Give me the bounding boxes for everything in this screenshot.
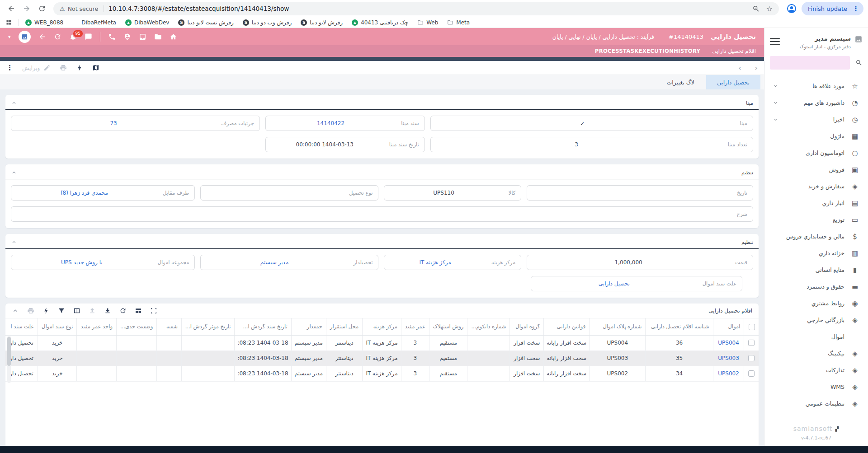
form-field[interactable]: قیمت1,000,000 (527, 255, 753, 270)
inbox-icon[interactable] (139, 33, 146, 41)
sidebar-item[interactable]: ◈تیکتینگ (768, 345, 864, 362)
column-header[interactable]: مرکز هزینه (363, 318, 401, 335)
caret-down-icon[interactable]: ▾ (8, 34, 11, 40)
browser-back-icon[interactable] (5, 2, 18, 15)
field-value[interactable]: UPS با روش جدید (11, 259, 152, 266)
column-header[interactable]: قوانین دارایی (544, 318, 590, 335)
collapse-icon[interactable] (11, 169, 17, 176)
column-header[interactable]: تاریخ موثر گردش ا... (181, 318, 235, 335)
bookmark-item[interactable]: Meta (447, 19, 470, 26)
sidebar-item[interactable]: ☆مورد علاقه ها (768, 78, 864, 94)
browser-reload-icon[interactable] (35, 2, 49, 15)
form-field[interactable]: جزئیات مصرف73 (11, 116, 260, 131)
print-icon[interactable] (27, 307, 34, 314)
folder-icon[interactable] (154, 33, 162, 41)
chevron-down-icon[interactable] (773, 100, 778, 106)
bookmark-item[interactable]: ▲DibaWebDev (125, 19, 169, 26)
home-icon[interactable] (170, 33, 177, 41)
form-field[interactable]: شرح (11, 206, 753, 222)
field-value[interactable]: مرکز هزینه IT (384, 259, 486, 266)
hamburger-menu-icon[interactable] (770, 35, 780, 45)
field-value[interactable]: محمدي فرد زهرا (8) (11, 190, 157, 196)
column-header[interactable]: شماره دایکوم... (467, 318, 510, 335)
column-header[interactable]: شناسه اقلام تحصیل دارایی (646, 318, 713, 335)
checkbox-icon[interactable] (748, 340, 755, 346)
bookmark-item[interactable]: ▲چک دریافتنی 40413 (352, 19, 408, 26)
form-field[interactable]: علت سند اموالتحصیل دارایی (531, 276, 742, 291)
form-field[interactable]: مرکز هزینهمرکز هزینه IT (384, 255, 521, 270)
asset-link-cell[interactable]: UPS003 (713, 350, 744, 366)
user-avatar[interactable] (19, 31, 31, 43)
form-field[interactable]: تاریخ (527, 185, 753, 201)
sidebar-item[interactable]: ▣فروش (768, 161, 864, 178)
form-field[interactable]: تحصیلدارمدیر سیستم (200, 255, 378, 270)
back-icon[interactable] (38, 33, 46, 41)
column-header[interactable]: اموال (713, 318, 744, 335)
not-secure-badge[interactable]: ⚠ Not secure (60, 5, 104, 12)
sidebar-item[interactable]: ▬حقوق و دستمزد (768, 278, 864, 295)
form-field[interactable]: نوع تحصیل (200, 185, 378, 201)
form-field[interactable]: تعداد مبنا3 (430, 137, 753, 152)
bookmark-item[interactable]: Sرفرش وب دو دیبا (243, 19, 292, 26)
checkbox-icon[interactable] (748, 370, 755, 377)
finish-update-button[interactable]: Finish update ⋮ (802, 2, 863, 15)
column-header[interactable]: نوع سند اموال (38, 318, 77, 335)
bookmark-item[interactable]: Web (417, 19, 438, 26)
flash-icon[interactable] (42, 307, 50, 314)
tab-changelog[interactable]: لاگ تغییرات (656, 75, 705, 89)
reload-icon[interactable] (119, 307, 127, 314)
sidebar-item[interactable]: $مالي و حسابداري فروش (768, 228, 864, 245)
sidebar-item[interactable]: ▤انبار داري (768, 195, 864, 211)
search-icon[interactable] (855, 59, 863, 66)
sidebar-item[interactable]: ▮منابع انساني (768, 262, 864, 278)
search-input[interactable] (770, 56, 850, 70)
bookmark-item[interactable]: Sرفرش تست لایو دیبا (178, 19, 233, 26)
person-pin-icon[interactable] (123, 33, 131, 41)
row-checkbox[interactable] (744, 335, 759, 350)
next-page-icon[interactable]: › (755, 64, 758, 72)
url-text[interactable]: 10.10.4.7:3008/#/estate/estateacquisitio… (108, 5, 289, 12)
chevron-down-icon[interactable] (773, 83, 778, 89)
sidebar-item[interactable]: ◈بازرگاني خارجي (768, 312, 864, 328)
notifications-icon[interactable]: 95 (69, 33, 77, 41)
table-scrollbar[interactable] (7, 336, 11, 383)
tab-acquisition[interactable]: تحصیل دارایی (706, 75, 760, 89)
column-header[interactable]: محل استقرار (326, 318, 362, 335)
sidebar-item[interactable]: ◈سفارش و خرید (768, 178, 864, 195)
table-row[interactable]: UPS00436UPS004سخت افزار رایانهسخت افزارم… (5, 335, 759, 350)
column-header[interactable]: علت سند ا (5, 318, 38, 335)
print-icon[interactable] (60, 64, 67, 71)
form-field[interactable]: مجموعه اموالUPS با روش جدید (11, 255, 195, 270)
chat-icon[interactable] (85, 33, 92, 41)
collapse-icon[interactable] (11, 239, 17, 245)
field-value[interactable]: 14140422 (266, 120, 396, 126)
bookmark-item[interactable]: Sرفرش لایو دیبا (301, 19, 343, 26)
fullscreen-icon[interactable] (150, 307, 157, 314)
column-header[interactable]: تاریخ سند گردش ا... (235, 318, 291, 335)
form-field[interactable]: طرف مقابلمحمدي فرد زهرا (8) (11, 185, 195, 201)
column-header[interactable]: واحد عمر مفید (77, 318, 117, 335)
browser-menu-icon[interactable]: ⋮ (851, 5, 861, 12)
field-value[interactable]: مدیر سیستم (201, 259, 348, 266)
more-menu-icon[interactable]: ⋮ (6, 64, 13, 72)
sidebar-item[interactable]: ◈تنظیمات عمومي (768, 395, 864, 412)
bookmark-item[interactable]: DibaRefMeta (72, 19, 116, 26)
profile-icon[interactable] (786, 3, 797, 14)
column-header[interactable]: گروه اموال (510, 318, 544, 335)
bookmark-star-icon[interactable]: ☆ (766, 5, 773, 13)
column-header[interactable]: شماره پلاک اموال (590, 318, 646, 335)
table-row[interactable]: UPS00335UPS003سخت افزار رایانهسخت افزارم… (5, 350, 759, 366)
form-field[interactable]: کالاUPS110 (384, 185, 521, 201)
asset-link-cell[interactable]: UPS002 (713, 366, 744, 381)
refresh-icon[interactable] (54, 33, 61, 41)
column-header[interactable]: جمعدار (291, 318, 326, 335)
checkbox-icon[interactable] (749, 324, 755, 330)
apps-grid-icon[interactable] (5, 19, 12, 26)
sidebar-item[interactable]: ○اتوماسیون اداري (768, 145, 864, 161)
table-row[interactable]: UPS00234UPS002سخت افزار رایانهسخت افزارم… (5, 366, 759, 381)
form-field[interactable]: سند مبنا14140422 (265, 116, 425, 131)
chevron-down-icon[interactable] (773, 117, 778, 122)
sidebar-item[interactable]: ◷اخیرا (768, 111, 864, 128)
column-header[interactable]: عمر مفید (401, 318, 429, 335)
asset-link-cell[interactable]: UPS004 (713, 335, 744, 350)
